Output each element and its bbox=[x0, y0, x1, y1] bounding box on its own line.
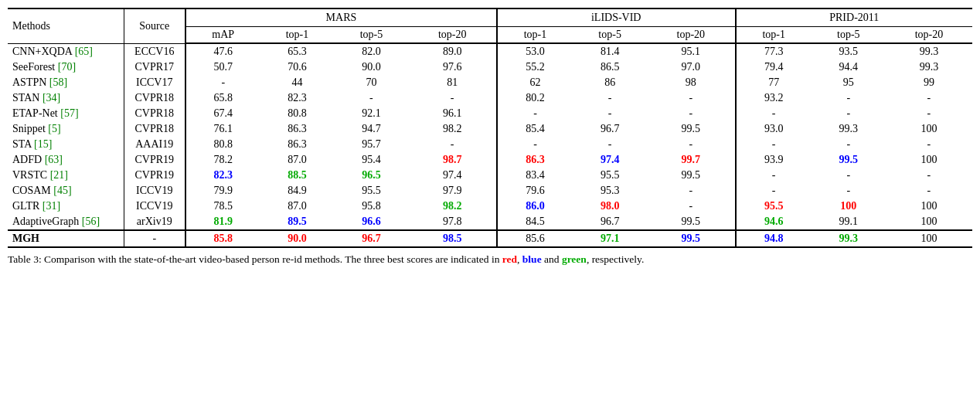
data-cell: 80.8 bbox=[260, 106, 335, 121]
data-cell: 96.5 bbox=[334, 168, 408, 183]
data-cell: 87.0 bbox=[260, 152, 335, 168]
data-cell: 100 bbox=[886, 230, 972, 247]
prid-top5-header: top-5 bbox=[812, 27, 886, 44]
method-cell: STA [15] bbox=[8, 137, 124, 152]
data-cell: 95.5 bbox=[573, 168, 647, 183]
data-cell: - bbox=[812, 90, 886, 106]
data-cell: 84.5 bbox=[497, 214, 573, 230]
mars-top1-header: top-1 bbox=[260, 27, 335, 44]
data-cell: 100 bbox=[886, 121, 972, 137]
source-cell: CVPR18 bbox=[124, 106, 185, 121]
mars-top5-header: top-5 bbox=[334, 27, 408, 44]
header-group-row: Methods Source MARS iLIDS-VID PRID-2011 bbox=[8, 8, 972, 27]
data-cell: - bbox=[408, 90, 496, 106]
data-cell: 81 bbox=[408, 75, 496, 90]
prid-header: PRID-2011 bbox=[736, 8, 972, 27]
prid-top20-header: top-20 bbox=[886, 27, 972, 44]
caption-blue: blue bbox=[522, 253, 542, 265]
data-cell: 85.4 bbox=[497, 121, 573, 137]
data-cell: 98.2 bbox=[408, 199, 496, 214]
data-cell: 99.5 bbox=[647, 230, 735, 247]
data-cell: 90.0 bbox=[334, 59, 408, 75]
data-cell: 89.5 bbox=[260, 214, 335, 230]
data-cell: 82.3 bbox=[260, 90, 335, 106]
data-cell: - bbox=[408, 137, 496, 152]
ilids-top1-header: top-1 bbox=[497, 27, 573, 44]
data-cell: - bbox=[886, 106, 972, 121]
method-cell: GLTR [31] bbox=[8, 199, 124, 214]
caption-and: and bbox=[542, 253, 562, 265]
data-cell: - bbox=[334, 90, 408, 106]
data-cell: - bbox=[886, 183, 972, 199]
data-cell: 86.3 bbox=[260, 137, 335, 152]
data-cell: 81.4 bbox=[573, 43, 647, 59]
source-cell: CVPR17 bbox=[124, 59, 185, 75]
table-row: ADFD [63]CVPR1978.287.095.498.786.397.49… bbox=[8, 152, 972, 168]
data-cell: - bbox=[647, 137, 735, 152]
data-cell: 86.3 bbox=[497, 152, 573, 168]
method-cell: AdaptiveGraph [56] bbox=[8, 214, 124, 230]
method-cell: MGH bbox=[8, 230, 124, 247]
data-cell: - bbox=[812, 137, 886, 152]
data-cell: 95.5 bbox=[334, 183, 408, 199]
methods-header: Methods bbox=[8, 8, 124, 43]
source-cell: arXiv19 bbox=[124, 214, 185, 230]
data-cell: 94.7 bbox=[334, 121, 408, 137]
caption-comma1: , bbox=[517, 253, 522, 265]
data-cell: 70.6 bbox=[260, 59, 335, 75]
data-cell: 99.1 bbox=[812, 214, 886, 230]
table-row: SeeForest [70]CVPR1750.770.690.097.655.2… bbox=[8, 59, 972, 75]
map-header: mAP bbox=[185, 27, 260, 44]
data-cell: 95.1 bbox=[647, 43, 735, 59]
table-row: ASTPN [58]ICCV17-447081628698779599 bbox=[8, 75, 972, 90]
data-cell: 62 bbox=[497, 75, 573, 90]
data-cell: 99 bbox=[886, 75, 972, 90]
data-cell: 94.4 bbox=[812, 59, 886, 75]
data-cell: 86.0 bbox=[497, 199, 573, 214]
mars-top20-header: top-20 bbox=[408, 27, 496, 44]
table-row: STAN [34]CVPR1865.882.3--80.2--93.2-- bbox=[8, 90, 972, 106]
source-cell: ICCV19 bbox=[124, 199, 185, 214]
ilids-header: iLIDS-VID bbox=[497, 8, 736, 27]
data-cell: 86.5 bbox=[573, 59, 647, 75]
method-cell: ADFD [63] bbox=[8, 152, 124, 168]
data-cell: 98.5 bbox=[408, 230, 496, 247]
data-cell: 77.3 bbox=[736, 43, 812, 59]
method-cell: CNN+XQDA [65] bbox=[8, 43, 124, 59]
data-cell: 99.5 bbox=[647, 214, 735, 230]
caption-red: red bbox=[502, 253, 517, 265]
data-cell: 44 bbox=[260, 75, 335, 90]
data-cell: 97.1 bbox=[573, 230, 647, 247]
data-cell: 70 bbox=[334, 75, 408, 90]
method-cell: VRSTC [21] bbox=[8, 168, 124, 183]
data-cell: 93.0 bbox=[736, 121, 812, 137]
data-cell: 98.2 bbox=[408, 121, 496, 137]
data-cell: 100 bbox=[886, 199, 972, 214]
data-cell: 95.7 bbox=[334, 137, 408, 152]
data-cell: 99.3 bbox=[812, 230, 886, 247]
source-cell: CVPR18 bbox=[124, 121, 185, 137]
table-row: AdaptiveGraph [56]arXiv1981.989.596.697.… bbox=[8, 214, 972, 230]
data-cell: 94.8 bbox=[736, 230, 812, 247]
data-cell: 96.1 bbox=[408, 106, 496, 121]
data-cell: 99.3 bbox=[886, 59, 972, 75]
source-cell: ECCV16 bbox=[124, 43, 185, 59]
source-cell: CVPR19 bbox=[124, 168, 185, 183]
data-cell: 88.5 bbox=[260, 168, 335, 183]
source-cell: AAAI19 bbox=[124, 137, 185, 152]
table-container: Methods Source MARS iLIDS-VID PRID-2011 … bbox=[8, 8, 972, 267]
data-cell: - bbox=[647, 199, 735, 214]
data-cell: 98 bbox=[647, 75, 735, 90]
data-cell: 93.9 bbox=[736, 152, 812, 168]
method-cell: ASTPN [58] bbox=[8, 75, 124, 90]
data-cell: 90.0 bbox=[260, 230, 335, 247]
prid-top1-header: top-1 bbox=[736, 27, 812, 44]
ilids-top5-header: top-5 bbox=[573, 27, 647, 44]
data-cell: 89.0 bbox=[408, 43, 496, 59]
data-cell: - bbox=[573, 106, 647, 121]
data-cell: 95 bbox=[812, 75, 886, 90]
data-cell: 96.7 bbox=[573, 121, 647, 137]
data-cell: 83.4 bbox=[497, 168, 573, 183]
data-cell: 86 bbox=[573, 75, 647, 90]
data-cell: 98.7 bbox=[408, 152, 496, 168]
